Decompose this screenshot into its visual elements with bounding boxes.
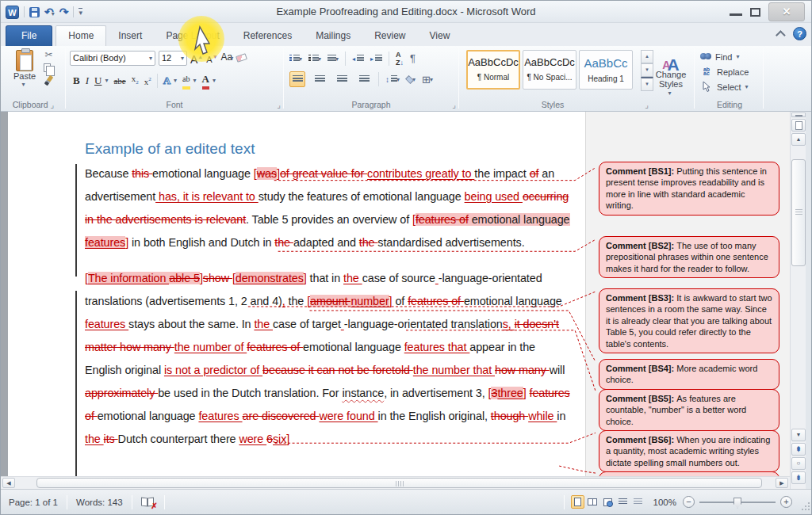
- font-size-select[interactable]: 12▾: [159, 51, 187, 66]
- proofing-errors-icon[interactable]: ✗: [141, 497, 155, 508]
- replace-button[interactable]: abacReplace: [700, 64, 749, 79]
- sort-icon[interactable]: AZ↓: [396, 51, 404, 67]
- resize-grip[interactable]: [799, 499, 810, 510]
- vertical-scrollbar[interactable]: ▲ ▼ ⇞ ○ ⇟: [790, 112, 806, 489]
- tab-page-layout[interactable]: Page Layout: [154, 26, 231, 46]
- ruler-toggle-icon[interactable]: [791, 119, 806, 132]
- italic-button[interactable]: I: [86, 74, 89, 88]
- line-spacing-icon[interactable]: ↕▾: [385, 75, 400, 84]
- zoom-in-button[interactable]: +: [780, 496, 792, 508]
- decrease-indent-icon[interactable]: ◂: [352, 55, 364, 63]
- web-layout-view-button[interactable]: [601, 495, 615, 509]
- comment-balloon[interactable]: Comment [BS5]: As features are countable…: [599, 389, 779, 431]
- comment-balloon[interactable]: Comment [BS1]: Putting this sentence in …: [599, 162, 779, 216]
- bullets-icon[interactable]: ▾: [289, 55, 302, 63]
- zoom-out-button[interactable]: −: [683, 496, 695, 508]
- document-page[interactable]: Example of an edited text Because this e…: [8, 112, 585, 489]
- style-card[interactable]: AaBbCcDc¶ Normal: [466, 50, 520, 90]
- paste-icon: [16, 50, 33, 71]
- dialog-launcher-icon[interactable]: ⌟: [51, 101, 55, 109]
- format-painter-icon[interactable]: [44, 75, 54, 86]
- tab-references[interactable]: References: [232, 26, 304, 46]
- paragraph[interactable]: [The information able 5]show [demonstrat…: [85, 267, 575, 451]
- find-button[interactable]: Find▾: [700, 49, 749, 64]
- tab-view[interactable]: View: [418, 26, 462, 46]
- justify-button[interactable]: [356, 71, 372, 87]
- dialog-launcher-icon[interactable]: ⌟: [645, 102, 649, 109]
- comment-balloon[interactable]: Comment [BS4]: More academic word choice…: [599, 359, 779, 390]
- superscript-button[interactable]: x2: [144, 72, 151, 89]
- horizontal-scrollbar[interactable]: ◀ ▶: [1, 476, 790, 489]
- align-right-button[interactable]: [334, 71, 350, 87]
- comment-balloon[interactable]: Comment [BS3]: It is awkward to start tw…: [599, 288, 779, 353]
- text-effects-button[interactable]: A: [163, 74, 170, 88]
- tab-review[interactable]: Review: [362, 26, 417, 46]
- chevron-down-icon: ▾: [181, 55, 184, 62]
- comment-balloon[interactable]: Comment [BS2]: The use of too many prepo…: [599, 236, 779, 278]
- zoom-slider-thumb[interactable]: [733, 498, 741, 509]
- minimize-icon[interactable]: [730, 8, 742, 16]
- borders-icon[interactable]: ⊞▾: [422, 74, 433, 85]
- maximize-icon[interactable]: [750, 8, 760, 17]
- comment-balloon[interactable]: Comment [BS6]: When you are indicating a…: [599, 430, 779, 472]
- change-styles-button[interactable]: AA Change Styles ▾: [650, 48, 691, 98]
- help-icon[interactable]: ?: [793, 27, 806, 40]
- align-left-button[interactable]: [289, 71, 305, 87]
- collapse-ribbon-icon[interactable]: [776, 30, 786, 40]
- select-browse-object-icon[interactable]: ○: [791, 457, 806, 470]
- paragraph[interactable]: Because this emotional language [was]of …: [85, 162, 575, 254]
- tab-insert[interactable]: Insert: [106, 26, 154, 46]
- highlight-button[interactable]: ab: [182, 72, 190, 90]
- fullscreen-reading-view-button[interactable]: [586, 495, 599, 509]
- cut-icon[interactable]: ✂: [44, 50, 52, 60]
- zoom-level[interactable]: 100%: [653, 498, 676, 507]
- scroll-down-icon[interactable]: ▼: [791, 429, 806, 441]
- close-icon[interactable]: ✕: [768, 2, 805, 21]
- style-sample: AaBbCcDc: [523, 56, 576, 68]
- tab-home[interactable]: Home: [56, 25, 106, 46]
- shading-icon[interactable]: ▾: [406, 76, 416, 83]
- horizontal-scroll-thumb[interactable]: [36, 478, 762, 488]
- word-count[interactable]: Words: 143: [73, 498, 126, 507]
- document-heading[interactable]: Example of an edited text: [85, 140, 255, 158]
- font-color-button[interactable]: A: [202, 72, 209, 90]
- font-family-select[interactable]: Calibri (Body)▾: [70, 51, 155, 66]
- draft-view-button[interactable]: [631, 495, 645, 509]
- outline-view-button[interactable]: [616, 495, 630, 509]
- change-case-button[interactable]: Aa▾: [221, 50, 234, 66]
- shrink-font-button[interactable]: A▼: [206, 50, 217, 67]
- style-card[interactable]: AaBbCcDc¶ No Spaci...: [523, 50, 576, 90]
- print-layout-view-button[interactable]: [571, 495, 584, 509]
- page-indicator[interactable]: Page: 1 of 1: [6, 498, 61, 507]
- scroll-right-icon[interactable]: ▶: [776, 478, 788, 488]
- dialog-launcher-icon[interactable]: ⌟: [277, 102, 281, 109]
- bold-button[interactable]: B: [73, 74, 80, 88]
- copy-icon[interactable]: [44, 63, 51, 72]
- strikethrough-button[interactable]: abe: [113, 74, 125, 88]
- subscript-button[interactable]: x2: [132, 71, 139, 90]
- tab-mailings[interactable]: Mailings: [304, 26, 362, 46]
- clear-formatting-icon[interactable]: [236, 54, 247, 63]
- scroll-up-icon[interactable]: ▲: [791, 133, 806, 146]
- dialog-launcher-icon[interactable]: ⌟: [452, 102, 456, 109]
- increase-indent-icon[interactable]: ▸: [370, 55, 382, 63]
- next-page-icon[interactable]: ⇟: [791, 471, 806, 484]
- underline-button[interactable]: U: [94, 74, 102, 88]
- scroll-left-icon[interactable]: ◀: [2, 478, 15, 488]
- paste-button[interactable]: Paste ▾: [7, 48, 42, 97]
- numbering-icon[interactable]: ▾: [308, 55, 321, 63]
- tab-file[interactable]: File: [6, 25, 52, 46]
- vertical-scroll-thumb[interactable]: [791, 159, 806, 266]
- grow-font-button[interactable]: A▲: [190, 50, 203, 67]
- deleted-text: are discovered: [243, 410, 320, 422]
- style-card[interactable]: AaBbCcHeading 1: [579, 50, 633, 90]
- text-run: case of source: [362, 272, 435, 284]
- split-handle[interactable]: [791, 113, 806, 117]
- select-button[interactable]: Select▾: [700, 79, 749, 94]
- show-formatting-marks-icon[interactable]: ¶: [410, 53, 416, 64]
- align-center-button[interactable]: [312, 71, 327, 87]
- zoom-slider[interactable]: [699, 502, 776, 503]
- previous-page-icon[interactable]: ⇞: [791, 443, 806, 456]
- document-body[interactable]: Because this emotional language [was]of …: [85, 162, 575, 464]
- multilevel-list-icon[interactable]: ▾: [327, 55, 339, 63]
